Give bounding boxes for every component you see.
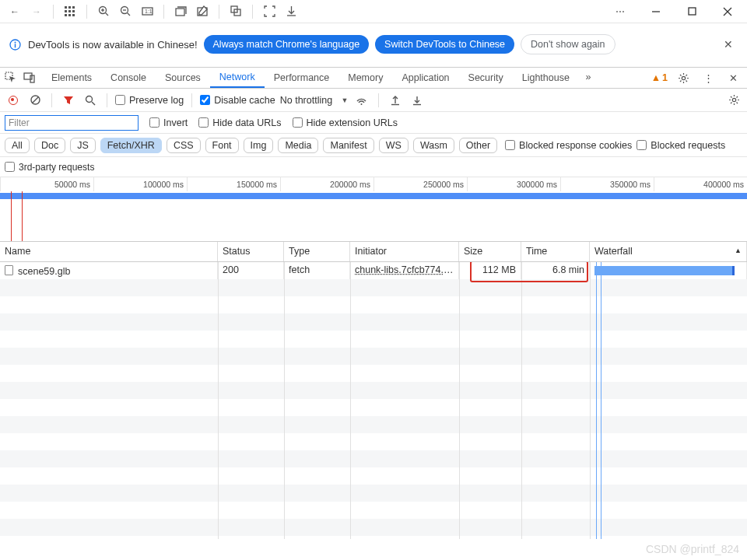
switch-language-button[interactable]: Switch DevTools to Chinese [375,35,514,54]
hide-extension-urls-checkbox[interactable]: Hide extension URLs [293,117,398,128]
chip-media[interactable]: Media [278,138,318,153]
clear-button[interactable] [26,92,44,109]
tab-network[interactable]: Network [210,68,265,88]
chip-all[interactable]: All [5,138,30,153]
blocked-cookies-checkbox[interactable]: Blocked response cookies [505,140,632,151]
waterfall-bar [594,266,735,275]
disable-cache-checkbox[interactable]: Disable cache [200,95,275,106]
tab-elements[interactable]: Elements [42,68,101,88]
blocked-requests-checkbox[interactable]: Blocked requests [637,140,725,151]
third-party-row: 3rd-party requests [0,157,747,177]
minimize-button[interactable] [646,2,666,22]
chip-img[interactable]: Img [244,138,274,153]
upload-har-icon[interactable] [387,92,404,109]
col-time[interactable]: Time [521,242,590,261]
col-initiator[interactable]: Initiator [350,242,459,261]
kebab-menu-icon[interactable]: ⋮ [699,68,717,87]
col-name[interactable]: Name [0,242,218,261]
svg-text:1:1: 1:1 [145,9,153,14]
svg-rect-0 [65,6,67,9]
col-type[interactable]: Type [284,242,350,261]
svg-point-39 [361,103,363,105]
col-waterfall[interactable]: Waterfall▲ [590,242,747,261]
cell-status: 200 [218,262,284,279]
tab-lighthouse[interactable]: Lighthouse [513,68,579,88]
new-tab-icon[interactable] [170,2,191,22]
edit-icon[interactable] [192,2,212,22]
dont-show-again-button[interactable]: Don't show again [521,34,615,54]
third-party-checkbox[interactable]: 3rd-party requests [5,162,94,173]
svg-point-37 [86,96,93,102]
filter-input[interactable] [5,115,139,131]
svg-rect-25 [689,8,696,15]
timeline-overview[interactable]: 50000 ms 100000 ms 150000 ms 200000 ms 2… [0,177,747,242]
timeline-ruler: 50000 ms 100000 ms 150000 ms 200000 ms 2… [0,177,747,191]
chip-css[interactable]: CSS [167,138,201,153]
download-icon[interactable] [281,2,301,22]
col-status[interactable]: Status [218,242,284,261]
maximize-button[interactable] [682,2,702,22]
tabs-overflow-icon[interactable]: » [579,68,598,86]
svg-rect-1 [68,6,71,9]
info-close-icon[interactable]: ✕ [717,35,739,54]
tab-security[interactable]: Security [459,68,513,88]
tab-performance[interactable]: Performance [265,68,339,88]
preserve-log-checkbox[interactable]: Preserve log [115,95,184,106]
forward-button[interactable]: → [26,2,47,22]
svg-rect-8 [72,14,75,16]
download-har-icon[interactable] [409,92,426,109]
cell-name: scene59.glb [0,262,218,279]
chip-wasm[interactable]: Wasm [413,138,454,153]
chip-manifest[interactable]: Manifest [323,138,374,153]
svg-line-36 [32,97,38,103]
device-toggle-icon[interactable] [20,68,39,87]
svg-rect-7 [68,14,71,16]
fullscreen-icon[interactable] [259,2,279,22]
chip-font[interactable]: Font [205,138,239,153]
chip-other[interactable]: Other [459,138,497,153]
throttling-select[interactable]: No throttling ▼ [280,95,349,106]
network-conditions-icon[interactable] [353,92,370,109]
chip-ws[interactable]: WS [379,138,409,153]
col-size[interactable]: Size [459,242,521,261]
copy-icon[interactable] [226,2,246,22]
inspect-icon[interactable] [2,68,20,87]
tab-console[interactable]: Console [101,68,156,88]
cell-waterfall [590,262,747,279]
tab-memory[interactable]: Memory [338,68,392,88]
chip-js[interactable]: JS [70,138,96,153]
info-icon [8,37,22,51]
watermark: CSDN @printf_824 [646,543,739,555]
tab-sources[interactable]: Sources [156,68,210,88]
settings-gear-icon[interactable] [674,68,693,87]
always-match-button[interactable]: Always match Chrome's language [204,35,370,54]
actual-size-icon[interactable]: 1:1 [137,2,157,22]
table-row[interactable]: scene59.glb 200 fetch chunk-libs.7cfcb77… [0,262,747,279]
svg-point-34 [682,76,685,79]
file-icon [5,265,13,275]
invert-checkbox[interactable]: Invert [149,117,188,128]
close-button[interactable] [717,2,738,22]
apps-icon[interactable] [60,2,80,22]
search-icon[interactable] [82,92,99,109]
chip-doc[interactable]: Doc [34,138,65,153]
back-button[interactable]: ← [5,2,25,22]
svg-line-10 [105,13,108,16]
warnings-badge[interactable]: ▲1 [651,72,668,83]
svg-rect-5 [72,10,75,12]
initiator-link[interactable]: chunk-libs.7cfcb774.j… [355,264,455,275]
zoom-out-icon[interactable] [115,2,135,22]
network-table-header: Name Status Type Initiator Size Time Wat… [0,242,747,262]
hide-data-urls-checkbox[interactable]: Hide data URLs [198,117,281,128]
zoom-in-icon[interactable] [93,2,114,22]
tab-application[interactable]: Application [392,68,458,88]
timeline-track [0,191,747,241]
filter-toggle-icon[interactable] [60,92,77,109]
info-text: DevTools is now available in Chinese! [28,39,198,51]
devtools-close-icon[interactable]: ✕ [724,68,742,87]
overflow-icon[interactable]: ⋯ [610,2,630,22]
devtools-tabbar: Elements Console Sources Network Perform… [0,67,747,89]
network-settings-icon[interactable] [725,92,742,109]
chip-fetch-xhr[interactable]: Fetch/XHR [100,138,162,153]
record-button[interactable] [5,92,22,109]
